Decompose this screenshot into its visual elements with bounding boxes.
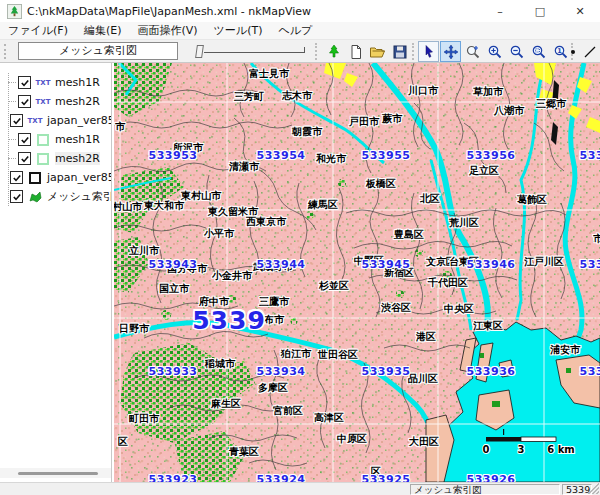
place-label: 世田谷区 — [318, 348, 358, 362]
main-area: TXTmesh1RTXTmesh2RTXTjapan_ver85mesh1Rme… — [0, 63, 600, 482]
place-label: 浦安市 — [550, 343, 580, 357]
layer-row-mesh1R[interactable]: TXTmesh1R — [0, 73, 112, 92]
layer-checkbox[interactable] — [18, 133, 31, 146]
mesh-code-label: 533926 — [467, 473, 516, 483]
layer-label[interactable]: mesh1R — [55, 133, 100, 146]
zoom-in-icon — [487, 44, 503, 60]
close-button[interactable]: ✕ — [560, 0, 600, 22]
place-label: 稲城市 — [205, 357, 235, 371]
layers-hscrollbar[interactable] — [0, 468, 112, 478]
layer-label[interactable]: mesh2R — [55, 152, 100, 165]
toolbar-separator — [315, 43, 317, 60]
select-cursor-icon — [421, 44, 437, 60]
slider-thumb[interactable] — [195, 45, 204, 58]
zoom-window-button[interactable] — [528, 41, 549, 62]
zoom-in-button[interactable] — [484, 41, 505, 62]
mint-swatch-icon — [35, 152, 51, 165]
draw-line-button[interactable] — [582, 41, 598, 62]
scale-label-6km: 6 km — [547, 444, 575, 455]
place-label: 東村山市 — [181, 189, 221, 203]
place-label: 中央区 — [444, 302, 474, 316]
status-mode: メッシュ索引図 — [410, 484, 560, 495]
menu-item[interactable]: ファイル(F) — [0, 22, 76, 40]
menu-bar: ファイル(F)編集(E)画面操作(V)ツール(T)ヘルプ — [0, 22, 600, 40]
zoom-out-icon — [509, 44, 525, 60]
zoom-select-icon — [465, 44, 481, 60]
zoom-out-button[interactable] — [506, 41, 527, 62]
tree-connector — [8, 101, 16, 102]
slider-track[interactable] — [204, 52, 304, 53]
layer-tree-button[interactable] — [323, 41, 344, 62]
layer-checkbox[interactable] — [10, 190, 23, 203]
place-label: 東大和市 — [144, 199, 184, 213]
place-label: 練馬区 — [308, 198, 338, 212]
layer-checkbox[interactable] — [18, 95, 31, 108]
place-label: 板橋区 — [366, 177, 396, 191]
layer-selector[interactable]: メッシュ索引図 — [18, 42, 178, 60]
minimize-button[interactable]: – — [480, 0, 520, 22]
mesh-code-label: 533933 — [149, 365, 198, 378]
draw-point-button[interactable] — [566, 41, 580, 62]
layer-row-mesh1R[interactable]: mesh1R — [0, 130, 112, 149]
layer-label[interactable]: メッシュ索引図 — [47, 189, 112, 204]
title-bar: C:\nkMapData\MapFile\JapanMesh.xml - nkM… — [0, 0, 600, 22]
menu-item[interactable]: ツール(T) — [206, 22, 271, 40]
open-file-icon — [369, 44, 386, 60]
mesh-code-label: 533936 — [467, 365, 516, 378]
slider-end-tick — [304, 47, 305, 53]
pan-move-button[interactable] — [440, 41, 461, 62]
mesh-code-label: 533946 — [467, 258, 516, 271]
zoom-select-button[interactable] — [462, 41, 483, 62]
tree-connector — [8, 82, 16, 83]
menu-item[interactable]: 画面操作(V) — [130, 22, 206, 40]
layer-label[interactable]: japan_ver85 — [47, 114, 112, 127]
place-label: 高津区 — [314, 411, 344, 425]
place-label: 日野市 — [119, 322, 149, 336]
layer-row-japan_ver85[interactable]: TXTjapan_ver85 — [0, 111, 112, 130]
menu-item[interactable]: ヘルプ — [270, 22, 320, 40]
layers-hscrollbar-thumb[interactable] — [18, 472, 98, 475]
place-label: 品川区 — [408, 372, 438, 386]
draw-line-icon — [583, 45, 597, 59]
place-label: 麻生区 — [211, 397, 241, 411]
mesh-code-label: 533947 — [580, 258, 600, 271]
layer-checkbox[interactable] — [18, 76, 31, 89]
layer-checkbox[interactable] — [10, 114, 23, 127]
layer-label[interactable]: mesh1R — [55, 76, 100, 89]
mesh-code-label: 533924 — [257, 473, 306, 483]
place-label: 西東京市 — [246, 215, 286, 229]
layer-label[interactable]: japan_ver85 — [47, 171, 112, 184]
layer-row-mesh2R[interactable]: TXTmesh2R — [0, 92, 112, 111]
layer-checkbox[interactable] — [10, 171, 23, 184]
layer-row-メッシュ索引図[interactable]: メッシュ索引図 — [0, 187, 112, 206]
resize-grip[interactable] — [588, 483, 599, 494]
place-label: 大田区 — [409, 435, 439, 449]
transparency-slider[interactable] — [196, 42, 312, 60]
layer-row-japan_ver85[interactable]: japan_ver85 — [0, 168, 112, 187]
mesh-code-label: 533945 — [362, 258, 411, 271]
menu-item[interactable]: 編集(E) — [76, 22, 130, 40]
place-label: 三芳町 — [234, 90, 264, 104]
place-label: 中原区 — [337, 432, 367, 446]
mesh-code-label: 533935 — [362, 365, 411, 378]
place-label: 千代田区 — [428, 276, 468, 290]
layer-checkbox[interactable] — [18, 152, 31, 165]
map-canvas[interactable]: 0 3 6 km 5339535339545339555339565339575… — [114, 63, 600, 482]
layer-row-mesh2R[interactable]: mesh2R — [0, 149, 112, 168]
select-cursor-button[interactable] — [418, 41, 439, 62]
txt-file-icon: TXT — [35, 76, 51, 89]
mesh-code-label: 533937 — [580, 365, 600, 378]
toolbar-grip[interactable] — [4, 44, 7, 59]
maximize-button[interactable]: □ — [520, 0, 560, 22]
save-file-button[interactable] — [389, 41, 410, 62]
open-file-button[interactable] — [367, 41, 388, 62]
mesh-code-label: 533923 — [149, 473, 198, 483]
new-file-button[interactable] — [345, 41, 366, 62]
new-file-icon — [348, 44, 364, 60]
place-label: 朝霞市 — [292, 125, 322, 139]
mint-swatch-icon — [35, 133, 51, 146]
place-label: 港区 — [416, 330, 436, 344]
txt-file-icon: TXT — [35, 95, 51, 108]
layer-label[interactable]: mesh2R — [55, 95, 100, 108]
place-label: 宮前区 — [273, 404, 303, 418]
